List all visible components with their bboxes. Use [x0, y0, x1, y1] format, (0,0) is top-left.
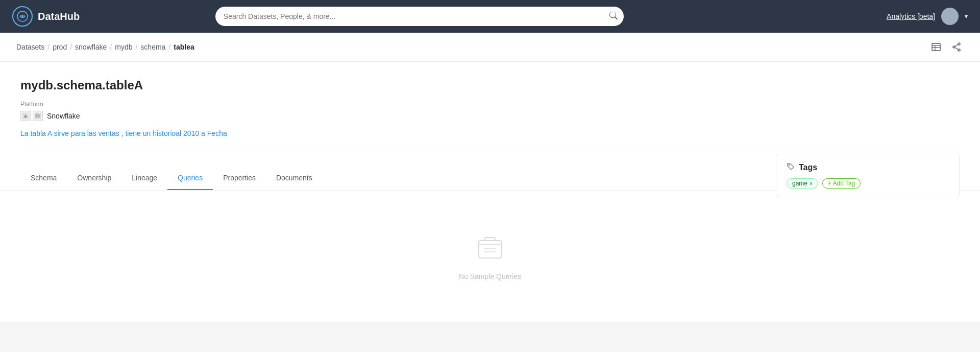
svg-line-9: [955, 44, 958, 46]
platform-img-2: [33, 111, 43, 121]
sep-5: /: [168, 43, 170, 51]
search-button[interactable]: [609, 12, 618, 21]
breadcrumb-schema[interactable]: schema: [140, 43, 165, 51]
sep-3: /: [110, 43, 112, 51]
breadcrumb-snowflake[interactable]: snowflake: [75, 43, 107, 51]
empty-state: No Sample Queries: [0, 191, 980, 321]
avatar: [941, 8, 959, 25]
tags-title: Tags: [799, 163, 817, 172]
user-dropdown-arrow[interactable]: ▾: [965, 13, 968, 20]
platform-icons: [20, 111, 43, 121]
logo-icon: [12, 6, 33, 27]
platform-name: Snowflake: [47, 112, 80, 120]
svg-point-7: [953, 46, 955, 48]
svg-point-1: [21, 15, 23, 17]
tab-lineage[interactable]: Lineage: [121, 167, 167, 190]
table-view-icon[interactable]: [929, 40, 943, 54]
entity-title: mydb.schema.tableA: [20, 78, 960, 92]
sep-2: /: [70, 43, 72, 51]
tags-row: game × + Add Tag: [787, 178, 949, 189]
tab-queries[interactable]: Queries: [167, 167, 213, 190]
tag-game: game ×: [787, 178, 818, 189]
share-icon[interactable]: [949, 40, 964, 54]
breadcrumb-mydb[interactable]: mydb: [115, 43, 132, 51]
platform-img-1: [20, 111, 31, 121]
main-content: mydb.schema.tableA Platform Snowflake La…: [0, 62, 980, 167]
breadcrumb-actions: [929, 40, 964, 54]
entity-description: La tabla A sirve para las ventas , tiene…: [20, 129, 960, 137]
breadcrumb-datasets[interactable]: Datasets: [16, 43, 44, 51]
tag-icon: [787, 162, 795, 172]
svg-point-8: [958, 49, 960, 51]
breadcrumb-prod[interactable]: prod: [53, 43, 67, 51]
content-wrapper: mydb.schema.tableA Platform Snowflake La…: [0, 62, 980, 321]
breadcrumb-current: tablea: [174, 43, 194, 51]
svg-rect-14: [36, 113, 37, 114]
search-container: [215, 7, 624, 26]
tags-panel: Tags game × + Add Tag: [776, 154, 960, 197]
svg-point-15: [789, 165, 790, 166]
header: DataHub Analytics [beta] ▾: [0, 0, 980, 33]
sep-4: /: [135, 43, 137, 51]
svg-rect-13: [35, 114, 40, 118]
logo: DataHub: [12, 6, 80, 27]
tag-game-close[interactable]: ×: [810, 181, 813, 186]
empty-state-text: No Sample Queries: [459, 272, 521, 280]
header-right: Analytics [beta] ▾: [887, 8, 968, 25]
tab-schema[interactable]: Schema: [20, 167, 67, 190]
tab-properties[interactable]: Properties: [213, 167, 266, 190]
analytics-link[interactable]: Analytics [beta]: [887, 12, 935, 20]
search-input[interactable]: [215, 7, 624, 26]
breadcrumb-bar: Datasets / prod / snowflake / mydb / sch…: [0, 33, 980, 62]
svg-rect-2: [932, 43, 940, 51]
logo-text: DataHub: [38, 11, 80, 22]
platform-section: Platform Snowflake: [20, 101, 960, 121]
tab-documents[interactable]: Documents: [266, 167, 323, 190]
empty-state-icon: [474, 231, 506, 264]
svg-point-6: [958, 43, 960, 45]
platform-label: Platform: [20, 101, 960, 108]
add-tag-button[interactable]: + Add Tag: [822, 178, 861, 189]
sep-1: /: [47, 43, 50, 51]
tab-ownership[interactable]: Ownership: [67, 167, 121, 190]
svg-line-10: [955, 48, 958, 50]
svg-rect-16: [479, 241, 501, 258]
breadcrumb: Datasets / prod / snowflake / mydb / sch…: [16, 43, 194, 51]
divider: [20, 150, 960, 150]
tags-header: Tags: [787, 162, 949, 172]
platform-row: Snowflake: [20, 111, 960, 121]
tag-game-label: game: [792, 180, 807, 187]
